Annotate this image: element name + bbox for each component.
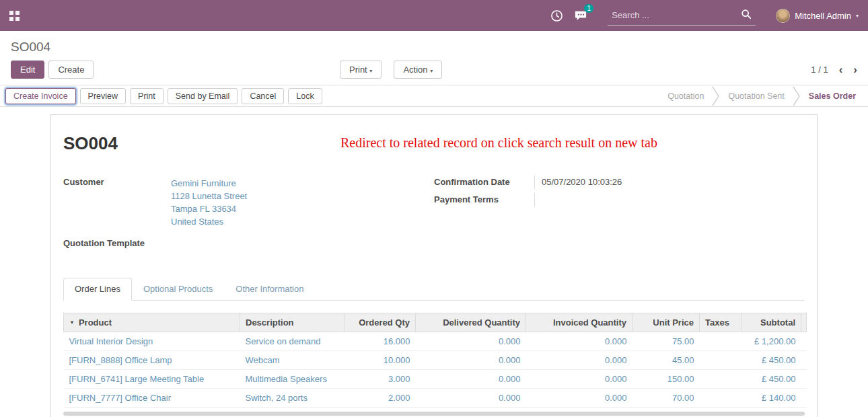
cell-unit-price[interactable]: 45.00	[632, 351, 700, 370]
column-header-description[interactable]: Description	[240, 313, 345, 332]
cell-product[interactable]: [FURN_8888] Office Lamp	[64, 351, 240, 370]
cell-taxes[interactable]	[700, 370, 742, 389]
column-header-spacer	[801, 313, 807, 332]
activities-icon[interactable]	[550, 9, 563, 22]
customer-label: Customer	[63, 176, 171, 230]
customer-value[interactable]: Gemini Furniture 1128 Lunetta Street Tam…	[171, 176, 247, 230]
quotation-template-field: Quotation Template	[63, 237, 434, 250]
customer-country: United States	[171, 215, 247, 228]
status-sales-order[interactable]: Sales Order	[801, 91, 864, 101]
column-header-subtotal[interactable]: Subtotal	[742, 313, 801, 332]
preview-button[interactable]: Preview	[80, 88, 126, 104]
cell-unit-price[interactable]: 150.00	[632, 370, 700, 389]
tab-optional-products[interactable]: Optional Products	[132, 278, 224, 301]
table-row[interactable]: [FURN_6741] Large Meeting Table Multimed…	[64, 370, 807, 389]
cell-taxes[interactable]	[700, 332, 742, 351]
user-name: Mitchell Admin	[795, 11, 851, 21]
column-header-product[interactable]: ▼Product	[64, 313, 240, 332]
cell-subtotal[interactable]: £ 450.00	[742, 370, 801, 389]
table-row[interactable]: Virtual Interior Design Service on deman…	[64, 332, 807, 351]
user-menu[interactable]: Mitchell Admin ▾	[776, 9, 859, 23]
cell-unit-price[interactable]: 70.00	[632, 389, 700, 408]
cell-ordered-qty[interactable]: 16.000	[345, 332, 416, 351]
cell-spacer	[801, 332, 807, 351]
column-header-ordered-qty[interactable]: Ordered Qty	[345, 313, 416, 332]
cell-spacer	[801, 389, 807, 408]
customer-city: Tampa FL 33634	[171, 202, 247, 215]
sheet-header: SO004 Redirect to related record on clic…	[63, 132, 805, 155]
search-icon[interactable]	[741, 9, 752, 22]
cell-description[interactable]: Multimedia Speakers	[240, 370, 345, 389]
cell-subtotal[interactable]: £ 450.00	[742, 351, 801, 370]
apps-menu-icon[interactable]	[9, 11, 20, 21]
cell-ordered-qty[interactable]: 2.000	[345, 389, 416, 408]
cell-product[interactable]: Virtual Interior Design	[64, 332, 240, 351]
customer-street: 1128 Lunetta Street	[171, 190, 247, 202]
top-navbar: 1 Search ... Mitchell Admin ▾	[0, 0, 868, 31]
search-placeholder: Search ...	[612, 10, 649, 20]
cell-taxes[interactable]	[700, 351, 742, 370]
create-button[interactable]: Create	[48, 61, 94, 79]
print-dropdown[interactable]: Print ▾	[340, 61, 382, 79]
lock-button[interactable]: Lock	[288, 88, 322, 104]
customer-name[interactable]: Gemini Furniture	[171, 177, 247, 190]
cell-unit-price[interactable]: 75.00	[632, 332, 700, 351]
cell-description[interactable]: Service on demand	[240, 332, 345, 351]
payment-terms-value[interactable]	[535, 193, 542, 206]
cell-description[interactable]: Switch, 24 ports	[240, 389, 345, 408]
cell-delivered-qty[interactable]: 0.000	[416, 332, 526, 351]
cell-subtotal[interactable]: £ 140.00	[742, 389, 801, 408]
quotation-template-label: Quotation Template	[63, 237, 171, 250]
create-invoice-button[interactable]: Create Invoice	[5, 88, 76, 104]
pager: 1 / 1 ‹ ›	[811, 64, 857, 75]
column-header-unit-price[interactable]: Unit Price	[632, 313, 700, 332]
table-row[interactable]: [FURN_8888] Office Lamp Webcam 10.000 0.…	[64, 351, 807, 370]
cell-spacer	[801, 351, 807, 370]
edit-button[interactable]: Edit	[11, 61, 44, 79]
cell-invoiced-qty[interactable]: 0.000	[526, 332, 632, 351]
status-quotation[interactable]: Quotation	[659, 91, 712, 101]
messages-badge: 1	[584, 4, 593, 13]
print-button[interactable]: Print	[130, 88, 164, 104]
pager-previous-icon[interactable]: ‹	[839, 64, 843, 75]
cell-taxes[interactable]	[700, 389, 742, 408]
cell-delivered-qty[interactable]: 0.000	[416, 389, 526, 408]
column-header-taxes[interactable]: Taxes	[700, 313, 742, 332]
column-header-delivered-quantity[interactable]: Delivered Quantity	[416, 313, 526, 332]
cell-invoiced-qty[interactable]: 0.000	[526, 351, 632, 370]
breadcrumb: SO004	[11, 40, 50, 54]
tab-order-lines[interactable]: Order Lines	[63, 278, 132, 301]
customer-field: Customer Gemini Furniture 1128 Lunetta S…	[63, 176, 434, 230]
cell-delivered-qty[interactable]: 0.000	[416, 351, 526, 370]
send-by-email-button[interactable]: Send by Email	[168, 88, 238, 104]
tab-other-information[interactable]: Other Information	[224, 278, 315, 301]
cell-invoiced-qty[interactable]: 0.000	[526, 389, 632, 408]
cell-ordered-qty[interactable]: 3.000	[345, 370, 416, 389]
cell-product[interactable]: [FURN_6741] Large Meeting Table	[64, 370, 240, 389]
notebook-tabs: Order Lines Optional Products Other Info…	[63, 277, 805, 301]
confirmation-date-label: Confirmation Date	[434, 176, 535, 189]
sort-caret-icon[interactable]: ▼	[69, 319, 75, 326]
confirmation-date-value[interactable]: 05/07/2020 10:03:26	[535, 176, 622, 189]
control-panel-center: Print ▾ Action ▾	[340, 61, 442, 79]
cell-ordered-qty[interactable]: 10.000	[345, 351, 416, 370]
cell-product[interactable]: [FURN_7777] Office Chair	[64, 389, 240, 408]
breadcrumb-row: SO004	[0, 31, 868, 56]
messages-icon[interactable]: 1	[574, 9, 587, 22]
cancel-button[interactable]: Cancel	[242, 88, 284, 104]
left-field-group: Customer Gemini Furniture 1128 Lunetta S…	[63, 176, 434, 254]
pager-next-icon[interactable]: ›	[853, 64, 857, 75]
cell-invoiced-qty[interactable]: 0.000	[526, 370, 632, 389]
cell-subtotal[interactable]: £ 1,200.00	[742, 332, 801, 351]
cell-delivered-qty[interactable]: 0.000	[416, 370, 526, 389]
status-quotation-sent[interactable]: Quotation Sent	[720, 91, 792, 101]
search-input[interactable]: Search ...	[608, 6, 756, 26]
action-dropdown[interactable]: Action ▾	[394, 61, 442, 79]
statusbar: Create Invoice Preview Print Send by Ema…	[0, 85, 868, 107]
table-horizontal-scrollbar[interactable]	[63, 412, 805, 416]
column-header-invoiced-quantity[interactable]: Invoiced Quantity	[526, 313, 632, 332]
payment-terms-field: Payment Terms	[434, 193, 805, 206]
form-sheet: SO004 Redirect to related record on clic…	[50, 114, 818, 417]
table-row[interactable]: [FURN_7777] Office Chair Switch, 24 port…	[64, 389, 807, 408]
cell-description[interactable]: Webcam	[240, 351, 345, 370]
